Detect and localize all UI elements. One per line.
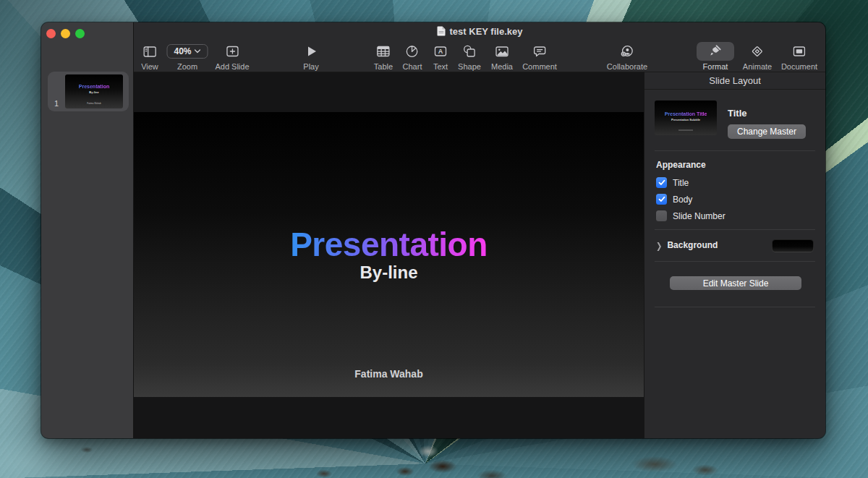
checkbox-slide-number[interactable] xyxy=(656,210,667,221)
close-button[interactable] xyxy=(46,29,56,38)
checkbox-title[interactable] xyxy=(656,177,667,188)
slide[interactable]: Presentation By-line Fatima Wahab xyxy=(134,112,644,397)
sidebar-panel-icon xyxy=(141,42,158,60)
pie-chart-icon xyxy=(403,42,422,60)
minimize-button[interactable] xyxy=(61,29,70,38)
appearance-option-slide-number[interactable]: Slide Number xyxy=(656,210,726,221)
svg-text:A: A xyxy=(438,48,443,55)
master-slide-thumbnail: Presentation Title Presentation Subtitle xyxy=(655,101,717,135)
add-slide-icon xyxy=(215,42,249,60)
slide-navigator: 1 Presentation By-line Fatima Wahab xyxy=(41,22,134,438)
speech-bubble-icon xyxy=(522,42,557,60)
toolbar-table-button[interactable]: Table xyxy=(374,42,393,71)
slide-thumbnail: Presentation By-line Fatima Wahab xyxy=(65,74,123,108)
paintbrush-icon xyxy=(707,43,723,59)
separator xyxy=(655,150,815,151)
background-disclosure-row[interactable]: ❯ Background xyxy=(656,240,718,250)
appearance-option-title[interactable]: Title xyxy=(656,177,689,188)
separator xyxy=(655,261,815,262)
thumb-byline: Fatima Wahab xyxy=(65,102,123,105)
slide-canvas: Presentation By-line Fatima Wahab xyxy=(134,72,644,438)
format-inspector: Slide Layout Presentation Title Presenta… xyxy=(644,72,825,438)
checkbox-body[interactable] xyxy=(656,194,667,205)
change-master-button[interactable]: Change Master xyxy=(728,124,806,139)
slide-title-text[interactable]: Presentation xyxy=(290,225,488,264)
checkmark-icon xyxy=(658,196,665,202)
slide-number: 1 xyxy=(54,99,59,108)
toolbar-media-button[interactable]: Media xyxy=(491,42,513,71)
toolbar-comment-button[interactable]: Comment xyxy=(522,42,557,71)
slide-byline-text[interactable]: Fatima Wahab xyxy=(134,368,644,380)
toolbar: test KEY file.key View 40% Zoom Add xyxy=(134,22,825,72)
document-proxy-icon[interactable] xyxy=(437,26,446,36)
background-color-well[interactable] xyxy=(772,239,814,252)
toolbar-view-button[interactable]: View xyxy=(141,42,158,71)
collaborate-icon xyxy=(607,42,647,60)
toolbar-animate-button[interactable]: Animate xyxy=(743,42,772,71)
chevron-down-icon xyxy=(195,49,201,54)
slide-thumbnail-row[interactable]: 1 Presentation By-line Fatima Wahab xyxy=(48,72,129,111)
master-thumb-byline-placeholder xyxy=(678,129,693,131)
keynote-window: 1 Presentation By-line Fatima Wahab test… xyxy=(41,22,825,438)
toolbar-text-button[interactable]: A Text xyxy=(433,42,448,71)
checkmark-icon xyxy=(658,179,665,186)
text-box-icon: A xyxy=(433,42,448,60)
zoom-window-button[interactable] xyxy=(75,29,85,38)
title-bar: test KEY file.key xyxy=(134,22,825,40)
master-name-label: Title xyxy=(728,108,747,119)
appearance-heading: Appearance xyxy=(656,160,706,170)
thumb-subtitle: By-line xyxy=(65,90,123,94)
diamond-icon xyxy=(743,42,772,60)
toolbar-chart-button[interactable]: Chart xyxy=(403,42,422,71)
toolbar-collaborate-button[interactable]: Collaborate xyxy=(607,42,647,71)
master-thumb-subtitle: Presentation Subtitle xyxy=(655,118,717,121)
master-thumb-title: Presentation Title xyxy=(655,111,717,116)
window-title: test KEY file.key xyxy=(450,26,523,37)
appearance-option-body[interactable]: Body xyxy=(656,194,692,205)
toolbar-zoom-control[interactable]: 40% Zoom xyxy=(166,42,208,71)
format-active-highlight xyxy=(697,42,734,61)
chevron-right-icon[interactable]: ❯ xyxy=(656,240,662,249)
edit-master-slide-button[interactable]: Edit Master Slide xyxy=(670,276,801,290)
table-icon xyxy=(374,42,393,60)
thumb-title: Presentation xyxy=(65,84,123,89)
separator xyxy=(655,229,815,230)
document-panel-icon xyxy=(781,42,817,60)
separator xyxy=(655,307,815,307)
toolbar-format-button[interactable]: Format xyxy=(697,42,734,71)
slide-subtitle-text[interactable]: By-line xyxy=(134,263,644,283)
play-icon xyxy=(303,42,319,60)
inspector-header: Slide Layout xyxy=(644,72,825,90)
image-icon xyxy=(491,42,513,60)
toolbar-shape-button[interactable]: Shape xyxy=(458,42,481,71)
zoom-value-dropdown[interactable]: 40% xyxy=(166,44,208,59)
toolbar-add-slide-button[interactable]: Add Slide xyxy=(215,42,249,71)
toolbar-play-button[interactable]: Play xyxy=(303,42,319,71)
shapes-icon xyxy=(458,42,481,60)
toolbar-document-button[interactable]: Document xyxy=(781,42,817,71)
